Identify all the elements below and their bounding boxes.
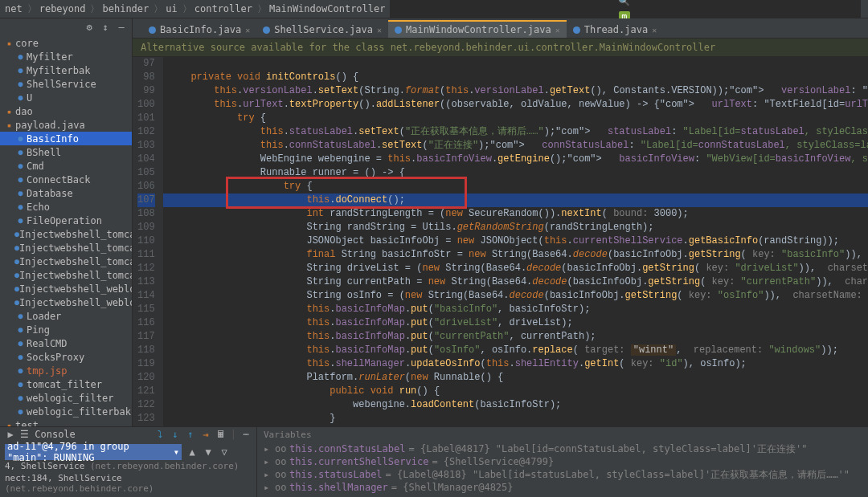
editor-tab[interactable]: Thread.java✕ (567, 20, 664, 38)
tree-class[interactable]: ShellService (0, 77, 132, 91)
breadcrumb-item[interactable]: net (5, 3, 23, 14)
code-line[interactable]: Platform.runLater(new Runnable() { (163, 371, 868, 385)
gutter-line[interactable]: 123 (137, 412, 155, 426)
debugger-tab-icon[interactable]: ▶ (5, 429, 16, 440)
editor-tab[interactable]: BasicInfo.java✕ (142, 20, 256, 38)
stack-frame[interactable]: nect:184, ShellService (net.rebeyond.beh… (5, 472, 252, 495)
tree-class[interactable]: RealCMD (0, 336, 132, 350)
code-line[interactable]: String randString = Utils.getRandomStrin… (163, 221, 868, 234)
gutter-line[interactable]: 106 (137, 180, 155, 194)
gutter-line[interactable]: 99 (137, 84, 155, 98)
gutter-line[interactable]: 122 (137, 398, 155, 412)
evaluate-icon[interactable]: 🖩 (215, 429, 227, 440)
tree-class[interactable]: Myfilter (0, 50, 132, 63)
code-line[interactable]: private void initControls() { (163, 71, 868, 84)
code-area[interactable]: private void initControls() { this.versi… (163, 57, 868, 426)
gutter-line[interactable]: 104 (137, 153, 155, 166)
code-line[interactable]: this.basicInfoMap.put("basicInfo", basic… (163, 303, 868, 316)
editor-tab[interactable]: ShellService.java✕ (256, 20, 388, 38)
tree-package[interactable]: payload.java (0, 118, 132, 132)
code-line[interactable]: String currentPath = new String(Base64.d… (163, 275, 868, 289)
gutter-line[interactable]: 110 (137, 234, 155, 248)
tree-class[interactable]: SocksProxy (0, 350, 132, 364)
code-line[interactable]: WebEngine webengine = this.basicInfoView… (163, 153, 868, 166)
code-line[interactable]: } (163, 412, 868, 426)
code-line[interactable]: this.basicInfoMap.put("currentPath", cur… (163, 330, 868, 344)
close-icon[interactable]: ✕ (652, 26, 657, 35)
tree-class[interactable]: Injectwebshell_tomcat6 (0, 227, 132, 241)
breadcrumb-item[interactable]: MainWindowController (269, 3, 386, 14)
gutter-line[interactable]: 102 (137, 125, 155, 139)
gutter-line[interactable]: 108 (137, 207, 155, 221)
tree-class[interactable]: BasicInfo (0, 132, 132, 145)
tree-class[interactable]: Database (0, 186, 132, 200)
gutter-line[interactable]: 111 (137, 248, 155, 262)
gutter-line[interactable]: 117 (137, 330, 155, 344)
funnel-icon[interactable]: ▽ (219, 446, 230, 458)
gutter-line[interactable]: 112 (137, 262, 155, 275)
code-line[interactable]: this.doConnect(); (163, 194, 868, 207)
tree-class[interactable]: weblogic_filter (0, 391, 132, 405)
code-line[interactable]: this.connStatusLabel.setText("正在连接");"co… (163, 139, 868, 153)
tree-class[interactable]: Loader (0, 309, 132, 323)
tree-class[interactable]: Cmd (0, 159, 132, 173)
tree-class[interactable]: Injectwebshell_tomcat_mbeans (0, 241, 132, 255)
breadcrumb-item[interactable]: rebeyond (39, 3, 86, 14)
editor-tabs[interactable]: BasicInfo.java✕ShellService.java✕MainWin… (133, 18, 868, 39)
tree-class[interactable]: ConnectBack (0, 173, 132, 186)
variable-row[interactable]: ▸oo this.statusLabel = {Label@4818} "Lab… (257, 468, 868, 481)
step-over-icon[interactable]: ⤵ (154, 429, 166, 440)
code-line[interactable] (163, 57, 868, 71)
gutter-line[interactable]: 119 (137, 357, 155, 371)
code-line[interactable]: String driveList = (new String(Base64.de… (163, 262, 868, 275)
close-icon[interactable]: ✕ (377, 26, 382, 35)
chevron-right-icon[interactable]: ▸ (264, 456, 272, 467)
tree-class[interactable]: Ping (0, 323, 132, 336)
variable-row[interactable]: ▸oo this.shellManager = {ShellManager@48… (257, 481, 868, 494)
gutter-line[interactable]: 100 (137, 98, 155, 112)
code-line[interactable]: this.versionLabel.setText(String.format(… (163, 84, 868, 98)
tree-class[interactable]: weblogic_filterbak (0, 405, 132, 418)
code-line[interactable]: try { (163, 426, 868, 426)
gutter-line[interactable]: 114 (137, 289, 155, 303)
thread-selector[interactable]: ad-11"@4,796 in group "main": RUNNING▾ (5, 444, 182, 460)
tree-class[interactable]: tomcat_filter (0, 377, 132, 391)
hide-icon[interactable]: — (116, 22, 127, 33)
code-line[interactable]: try { (163, 180, 868, 194)
notification-banner[interactable]: Alternative source available for the cla… (133, 39, 868, 57)
tree-package[interactable]: dao (0, 104, 132, 118)
variable-row[interactable]: ▸oo this.connStatusLabel = {Label@4817} … (257, 442, 868, 455)
gutter-line[interactable]: 97 (137, 57, 155, 71)
tree-class[interactable]: BShell (0, 145, 132, 159)
code-line[interactable]: JSONObject basicInfoObj = new JSONObject… (163, 234, 868, 248)
breadcrumb-item[interactable]: behinder (102, 3, 149, 14)
gutter-line[interactable]: 120 (137, 371, 155, 385)
code-line[interactable]: try { (163, 112, 868, 125)
variable-row[interactable]: ▸oo this.currentShellService = {ShellSer… (257, 455, 868, 468)
close-icon[interactable]: ✕ (245, 26, 250, 35)
tree-class[interactable]: Injectwebshell_weblogic (0, 282, 132, 295)
project-tree[interactable]: coreMyfilterMyfilterbakShellServiceUdaop… (0, 36, 132, 426)
tree-class[interactable]: Echo (0, 200, 132, 214)
code-line[interactable]: this.urlText.textProperty().addListener(… (163, 98, 868, 112)
filter-icon[interactable]: ▲ (186, 446, 198, 458)
code-line[interactable]: String osInfo = (new String(Base64.decod… (163, 289, 868, 303)
code-line[interactable]: this.shellManager.updateOsInfo(this.shel… (163, 357, 868, 371)
gutter-line[interactable]: 98 (137, 71, 155, 84)
gutter-line[interactable]: 116 (137, 316, 155, 330)
tree-package[interactable]: core (0, 36, 132, 50)
gutter-line[interactable]: 118 (137, 344, 155, 357)
code-line[interactable]: int randStringLength = (new SecureRandom… (163, 207, 868, 221)
gutter-line[interactable]: 115 (137, 303, 155, 316)
tree-class[interactable]: U (0, 91, 132, 104)
gutter-line[interactable]: 124 (137, 426, 155, 426)
run-to-cursor-icon[interactable]: ⇥ (200, 429, 211, 440)
tree-class[interactable]: Myfilterbak (0, 63, 132, 77)
close-icon[interactable]: ✕ (555, 26, 560, 35)
code-line[interactable]: Runnable runner = () -> { (163, 166, 868, 180)
gutter-line[interactable]: 121 (137, 385, 155, 398)
filter2-icon[interactable]: ▼ (203, 446, 214, 458)
gear-icon[interactable]: ⚙ (84, 22, 95, 33)
stack-frame[interactable]: 4, ShellService (net.rebeyond.behinder.c… (5, 460, 252, 472)
code-line[interactable]: webengine.loadContent(basicInfoStr); (163, 398, 868, 412)
